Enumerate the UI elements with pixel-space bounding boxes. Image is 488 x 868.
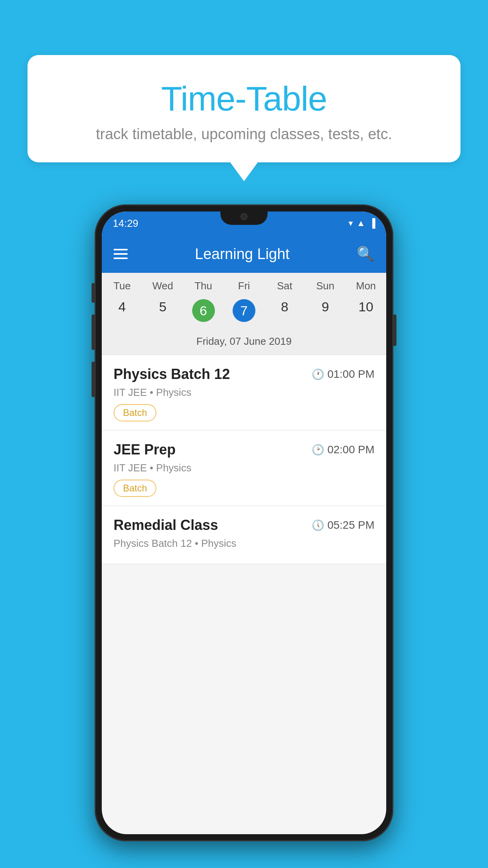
- day-headers: Tue Wed Thu Fri Sat Sun Mon: [102, 280, 386, 292]
- item-1-badge: Batch: [114, 404, 156, 421]
- status-icons: ▾ ▲ ▐: [349, 218, 375, 228]
- clock-icon-1: 🕐: [312, 368, 324, 381]
- day-sat: Sat: [264, 280, 305, 292]
- selected-date: Friday, 07 June 2019: [102, 331, 386, 355]
- item-1-header: Physics Batch 12 🕐 01:00 PM: [114, 366, 374, 383]
- day-numbers: 4 5 6 7 8 9 10: [102, 295, 386, 326]
- volume-button-3: [92, 362, 95, 397]
- phone-frame: 14:29 ▾ ▲ ▐ Learning Light 🔍: [95, 204, 393, 841]
- date-6[interactable]: 6: [183, 295, 224, 326]
- schedule-item-2[interactable]: JEE Prep 🕑 02:00 PM IIT JEE • Physics Ba…: [102, 430, 386, 506]
- volume-button-2: [92, 314, 95, 350]
- app-bar: Learning Light 🔍: [102, 235, 386, 273]
- notch: [220, 208, 268, 225]
- day-wed: Wed: [142, 280, 183, 292]
- clock-icon-3: 🕔: [312, 519, 324, 531]
- item-1-title: Physics Batch 12: [114, 366, 230, 383]
- item-3-header: Remedial Class 🕔 05:25 PM: [114, 517, 374, 533]
- wifi-icon: ▾: [349, 218, 353, 228]
- speech-bubble: Time-Table track timetable, upcoming cla…: [28, 55, 460, 162]
- item-2-header: JEE Prep 🕑 02:00 PM: [114, 441, 374, 458]
- day-fri: Fri: [224, 280, 264, 292]
- day-mon: Mon: [346, 280, 386, 292]
- date-4[interactable]: 4: [102, 295, 142, 326]
- search-icon[interactable]: 🔍: [357, 246, 374, 262]
- schedule-item-3[interactable]: Remedial Class 🕔 05:25 PM Physics Batch …: [102, 506, 386, 564]
- item-3-subtitle: Physics Batch 12 • Physics: [114, 537, 374, 550]
- volume-button-1: [92, 283, 95, 303]
- item-1-time: 🕐 01:00 PM: [312, 368, 374, 381]
- phone-screen: 14:29 ▾ ▲ ▐ Learning Light 🔍: [102, 211, 386, 834]
- menu-line: [114, 253, 128, 255]
- signal-icon: ▲: [357, 218, 365, 228]
- phone-wrapper: 14:29 ▾ ▲ ▐ Learning Light 🔍: [95, 204, 393, 841]
- calendar-strip: Tue Wed Thu Fri Sat Sun Mon 4 5 6 7: [102, 273, 386, 355]
- item-1-subtitle: IIT JEE • Physics: [114, 386, 374, 399]
- status-time: 14:29: [113, 217, 138, 230]
- schedule-item-1[interactable]: Physics Batch 12 🕐 01:00 PM IIT JEE • Ph…: [102, 355, 386, 430]
- date-8[interactable]: 8: [264, 295, 305, 326]
- date-7[interactable]: 7: [224, 295, 264, 326]
- menu-line: [114, 249, 128, 250]
- item-3-time: 🕔 05:25 PM: [312, 519, 374, 531]
- clock-icon-2: 🕑: [312, 444, 324, 456]
- camera: [240, 213, 248, 220]
- menu-line: [114, 257, 128, 259]
- day-thu: Thu: [183, 280, 224, 292]
- app-title: Learning Light: [139, 246, 345, 263]
- date-9[interactable]: 9: [305, 295, 345, 326]
- item-2-subtitle: IIT JEE • Physics: [114, 462, 374, 474]
- item-3-title: Remedial Class: [114, 517, 218, 533]
- power-button: [393, 314, 396, 346]
- day-sun: Sun: [305, 280, 345, 292]
- bubble-subtitle: track timetable, upcoming classes, tests…: [43, 126, 445, 143]
- item-2-badge: Batch: [114, 480, 156, 497]
- menu-button[interactable]: [114, 249, 128, 259]
- date-10[interactable]: 10: [346, 295, 386, 326]
- item-2-title: JEE Prep: [114, 441, 176, 458]
- schedule-list: Physics Batch 12 🕐 01:00 PM IIT JEE • Ph…: [102, 355, 386, 564]
- bubble-title: Time-Table: [43, 79, 445, 119]
- item-2-time: 🕑 02:00 PM: [312, 443, 374, 456]
- date-5[interactable]: 5: [142, 295, 183, 326]
- battery-icon: ▐: [369, 218, 375, 228]
- day-tue: Tue: [102, 280, 142, 292]
